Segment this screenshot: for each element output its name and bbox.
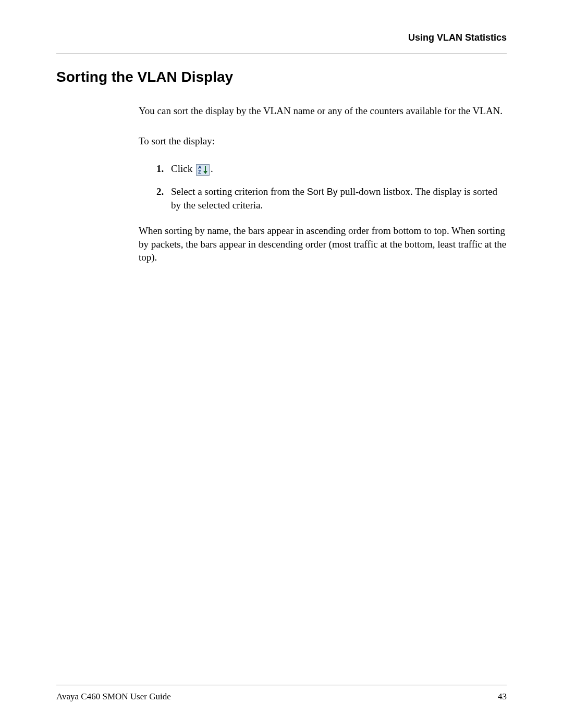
running-head: Using VLAN Statistics xyxy=(56,32,507,43)
closing-paragraph: When sorting by name, the bars appear in… xyxy=(139,224,507,264)
step-item-1: 1. Click AZ . xyxy=(156,162,507,176)
page-footer: Avaya C460 SMON User Guide 43 xyxy=(56,685,507,702)
step-list: 1. Click AZ . 2. Select a sorting criter… xyxy=(156,162,507,212)
step-suffix: . xyxy=(211,163,213,174)
footer-doc-title: Avaya C460 SMON User Guide xyxy=(56,692,171,702)
step-text: Select a sorting criterion from the Sort… xyxy=(171,185,507,212)
sort-az-letters: AZ xyxy=(198,165,202,175)
header-rule xyxy=(56,54,507,54)
arrow-down-icon xyxy=(204,166,207,174)
ui-term-sort-by: Sort By xyxy=(307,187,338,197)
footer-row: Avaya C460 SMON User Guide 43 xyxy=(56,692,507,702)
step-prefix: Click xyxy=(171,163,195,174)
step-text: Click AZ . xyxy=(171,162,507,176)
footer-rule xyxy=(56,685,507,685)
step-item-2: 2. Select a sorting criterion from the S… xyxy=(156,185,507,212)
page-container: Using VLAN Statistics Sorting the VLAN D… xyxy=(0,0,563,728)
step-number: 2. xyxy=(156,185,171,199)
step-text-before: Select a sorting criterion from the xyxy=(171,186,307,197)
footer-page-number: 43 xyxy=(498,692,507,702)
intro-paragraph: You can sort the display by the VLAN nam… xyxy=(139,104,507,118)
sort-az-icon: AZ xyxy=(196,164,210,176)
body-block: You can sort the display by the VLAN nam… xyxy=(139,104,507,264)
section-title: Sorting the VLAN Display xyxy=(56,69,507,85)
step-number: 1. xyxy=(156,162,171,176)
lead-in-paragraph: To sort the display: xyxy=(139,134,507,148)
